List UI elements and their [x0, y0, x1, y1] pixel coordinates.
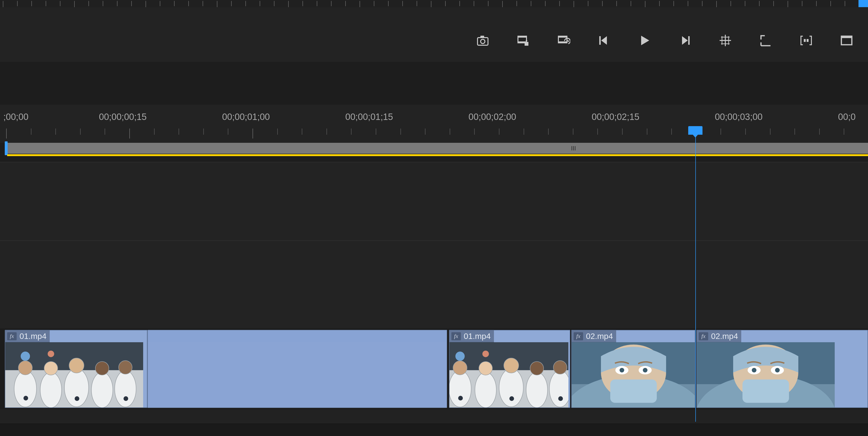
- time-ruler[interactable]: ;00;0000;00;00;1500;00;01;0000;00;01;150…: [0, 105, 868, 143]
- filmstrip-insert-icon: [517, 34, 530, 47]
- clip-label: 01.mp4: [20, 331, 46, 341]
- safe-margins-button[interactable]: [756, 31, 775, 50]
- clip-thumbnail: [572, 342, 695, 407]
- clip-label: 02.mp4: [586, 331, 613, 341]
- timecode-label: 00;00;01;15: [345, 112, 393, 122]
- step-back-icon: [597, 34, 611, 47]
- work-area-bar[interactable]: [0, 143, 868, 162]
- timeline-clip[interactable]: fx02.mp4: [696, 330, 868, 408]
- timeline-footer: [0, 424, 868, 436]
- clip-header[interactable]: fx02.mp4: [697, 330, 741, 342]
- video-track[interactable]: fx01.mp4fx01.mp4fx02.mp4fx02.mp4: [0, 328, 868, 409]
- fullscreen-button[interactable]: [837, 31, 856, 50]
- timeline-clip[interactable]: fx02.mp4: [571, 330, 695, 408]
- timecode-label: ;00;00: [3, 112, 29, 122]
- timecode-label: 00;00;03;00: [715, 112, 763, 122]
- replace-clip-button[interactable]: [554, 31, 573, 50]
- play-icon: [638, 34, 651, 47]
- timeline-clip[interactable]: fx01.mp4: [449, 330, 570, 408]
- fx-badge-icon[interactable]: fx: [7, 332, 17, 340]
- timeline-clip[interactable]: fx01.mp4: [5, 330, 148, 408]
- video-editor-timeline: { "toolbar": { "buttons": [ { "name": "s…: [0, 0, 868, 436]
- snap-grid-icon: [719, 34, 732, 47]
- camera-icon: [476, 34, 489, 47]
- clip-header[interactable]: fx02.mp4: [572, 330, 616, 342]
- snapshot-button[interactable]: [473, 31, 492, 50]
- timecode-label: 00;00;02;15: [592, 112, 640, 122]
- empty-track-area[interactable]: [0, 162, 868, 328]
- timeline-toolbar: [0, 7, 868, 62]
- step-forward-icon: [678, 34, 691, 47]
- step-back-button[interactable]: [594, 31, 614, 50]
- timecode-label: 00;0: [838, 112, 856, 122]
- timecode-label: 00;00;00;15: [99, 112, 147, 122]
- track-gap: [0, 409, 868, 424]
- clip-thumbnail: [5, 342, 143, 407]
- trim-mode-button[interactable]: [797, 31, 816, 50]
- fx-badge-icon[interactable]: fx: [452, 332, 461, 340]
- insert-clip-button[interactable]: [514, 31, 533, 50]
- render-bar: [7, 154, 868, 156]
- timecode-label: 00;00;02;00: [468, 112, 516, 122]
- snap-toggle-button[interactable]: [716, 31, 735, 50]
- fx-badge-icon[interactable]: fx: [699, 332, 708, 340]
- timecode-label: 00;00;01;00: [222, 112, 270, 122]
- timeline-clip[interactable]: [148, 330, 447, 408]
- playhead-handle[interactable]: [688, 126, 703, 135]
- clip-label: 02.mp4: [711, 331, 738, 341]
- clip-header[interactable]: fx01.mp4: [5, 330, 50, 342]
- play-button[interactable]: [635, 31, 654, 50]
- upper-tick-strip: [0, 0, 868, 7]
- playhead[interactable]: [695, 126, 696, 422]
- clip-header[interactable]: fx01.mp4: [450, 330, 494, 342]
- in-point-handle[interactable]: [5, 141, 8, 155]
- clip-thumbnail: [697, 342, 835, 407]
- filmstrip-swap-icon: [557, 34, 570, 47]
- step-forward-button[interactable]: [675, 31, 694, 50]
- fullscreen-rect-icon: [840, 34, 853, 47]
- clip-thumbnail: [450, 342, 568, 407]
- clip-label: 01.mp4: [464, 331, 491, 341]
- trim-brackets-icon: [800, 34, 813, 47]
- fx-badge-icon[interactable]: fx: [574, 332, 583, 340]
- corner-bracket-icon: [759, 34, 772, 47]
